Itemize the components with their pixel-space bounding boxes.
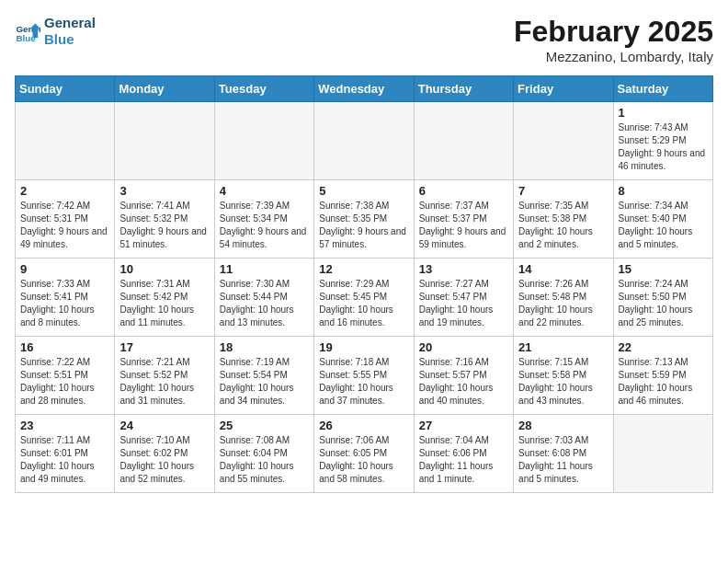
day-number: 14 [518,262,608,276]
day-info: Sunrise: 7:38 AM Sunset: 5:35 PM Dayligh… [319,200,408,251]
day-info: Sunrise: 7:18 AM Sunset: 5:55 PM Dayligh… [319,356,408,408]
day-number: 11 [220,262,309,276]
day-number: 27 [419,419,508,432]
calendar-cell [514,102,613,180]
day-number: 15 [619,262,708,276]
day-info: Sunrise: 7:35 AM Sunset: 5:38 PM Dayligh… [518,200,608,251]
calendar-cell: 5Sunrise: 7:38 AM Sunset: 5:35 PM Daylig… [314,180,414,259]
weekday-header-row: SundayMondayTuesdayWednesdayThursdayFrid… [16,76,713,102]
day-info: Sunrise: 7:22 AM Sunset: 5:51 PM Dayligh… [20,356,109,408]
calendar-cell: 25Sunrise: 7:08 AM Sunset: 6:04 PM Dayli… [214,415,313,493]
day-info: Sunrise: 7:27 AM Sunset: 5:47 PM Dayligh… [419,278,508,329]
calendar-cell: 17Sunrise: 7:21 AM Sunset: 5:52 PM Dayli… [115,337,214,415]
calendar-cell: 12Sunrise: 7:29 AM Sunset: 5:45 PM Dayli… [314,259,414,337]
day-info: Sunrise: 7:42 AM Sunset: 5:31 PM Dayligh… [20,200,109,251]
day-number: 18 [220,340,309,354]
calendar-cell: 1Sunrise: 7:43 AM Sunset: 5:29 PM Daylig… [613,102,712,180]
calendar-cell: 24Sunrise: 7:10 AM Sunset: 6:02 PM Dayli… [115,415,214,493]
day-number: 23 [20,419,109,432]
logo-icon: General Blue [15,18,40,44]
page-header: General Blue General Blue February 2025 … [15,15,713,64]
day-info: Sunrise: 7:26 AM Sunset: 5:48 PM Dayligh… [518,278,608,329]
day-number: 6 [419,184,508,198]
weekday-header-thursday: Thursday [414,76,513,102]
calendar-cell: 13Sunrise: 7:27 AM Sunset: 5:47 PM Dayli… [414,259,513,337]
day-number: 21 [518,340,608,354]
day-info: Sunrise: 7:30 AM Sunset: 5:44 PM Dayligh… [220,278,309,329]
day-info: Sunrise: 7:24 AM Sunset: 5:50 PM Dayligh… [619,278,708,329]
calendar-cell: 15Sunrise: 7:24 AM Sunset: 5:50 PM Dayli… [613,259,712,337]
calendar-cell: 18Sunrise: 7:19 AM Sunset: 5:54 PM Dayli… [214,337,313,415]
day-number: 24 [119,419,209,432]
day-number: 16 [20,340,109,354]
calendar-cell [613,415,712,493]
day-info: Sunrise: 7:33 AM Sunset: 5:41 PM Dayligh… [20,278,109,329]
calendar-cell: 8Sunrise: 7:34 AM Sunset: 5:40 PM Daylig… [613,180,712,259]
calendar-cell: 11Sunrise: 7:30 AM Sunset: 5:44 PM Dayli… [214,259,313,337]
calendar-cell: 23Sunrise: 7:11 AM Sunset: 6:01 PM Dayli… [16,415,115,493]
calendar-cell [115,102,214,180]
weekday-header-friday: Friday [514,76,613,102]
title-area: February 2025 Mezzanino, Lombardy, Italy [514,15,713,64]
day-number: 3 [119,184,209,198]
logo-blue: Blue [44,31,96,48]
calendar-cell [16,102,115,180]
calendar-cell: 22Sunrise: 7:13 AM Sunset: 5:59 PM Dayli… [613,337,712,415]
day-info: Sunrise: 7:39 AM Sunset: 5:34 PM Dayligh… [220,200,309,251]
calendar-cell [314,102,414,180]
day-info: Sunrise: 7:29 AM Sunset: 5:45 PM Dayligh… [319,278,408,329]
day-number: 8 [619,184,708,198]
calendar-cell: 28Sunrise: 7:03 AM Sunset: 6:08 PM Dayli… [514,415,613,493]
week-row-3: 9Sunrise: 7:33 AM Sunset: 5:41 PM Daylig… [16,259,713,337]
day-info: Sunrise: 7:03 AM Sunset: 6:08 PM Dayligh… [518,434,608,486]
day-number: 22 [619,340,708,354]
calendar-cell: 26Sunrise: 7:06 AM Sunset: 6:05 PM Dayli… [314,415,414,493]
logo: General Blue General Blue [15,15,96,48]
calendar-cell: 4Sunrise: 7:39 AM Sunset: 5:34 PM Daylig… [214,180,313,259]
day-info: Sunrise: 7:31 AM Sunset: 5:42 PM Dayligh… [119,278,209,329]
day-number: 12 [319,262,408,276]
weekday-header-saturday: Saturday [613,76,712,102]
week-row-2: 2Sunrise: 7:42 AM Sunset: 5:31 PM Daylig… [16,180,713,259]
day-info: Sunrise: 7:19 AM Sunset: 5:54 PM Dayligh… [220,356,309,408]
calendar-cell [214,102,313,180]
day-number: 19 [319,340,408,354]
weekday-header-monday: Monday [115,76,214,102]
day-number: 7 [518,184,608,198]
day-number: 10 [119,262,209,276]
calendar-cell: 6Sunrise: 7:37 AM Sunset: 5:37 PM Daylig… [414,180,513,259]
location-subtitle: Mezzanino, Lombardy, Italy [514,49,713,64]
calendar-table: SundayMondayTuesdayWednesdayThursdayFrid… [15,75,713,493]
day-info: Sunrise: 7:06 AM Sunset: 6:05 PM Dayligh… [319,434,408,486]
calendar-cell: 7Sunrise: 7:35 AM Sunset: 5:38 PM Daylig… [514,180,613,259]
day-info: Sunrise: 7:13 AM Sunset: 5:59 PM Dayligh… [619,356,708,408]
day-number: 17 [119,340,209,354]
week-row-5: 23Sunrise: 7:11 AM Sunset: 6:01 PM Dayli… [16,415,713,493]
calendar-cell: 20Sunrise: 7:16 AM Sunset: 5:57 PM Dayli… [414,337,513,415]
day-number: 13 [419,262,508,276]
calendar-cell: 21Sunrise: 7:15 AM Sunset: 5:58 PM Dayli… [514,337,613,415]
day-number: 4 [220,184,309,198]
day-info: Sunrise: 7:34 AM Sunset: 5:40 PM Dayligh… [619,200,708,251]
day-info: Sunrise: 7:43 AM Sunset: 5:29 PM Dayligh… [619,121,708,173]
weekday-header-sunday: Sunday [16,76,115,102]
calendar-cell: 9Sunrise: 7:33 AM Sunset: 5:41 PM Daylig… [16,259,115,337]
weekday-header-tuesday: Tuesday [214,76,313,102]
day-info: Sunrise: 7:08 AM Sunset: 6:04 PM Dayligh… [220,434,309,486]
calendar-cell: 10Sunrise: 7:31 AM Sunset: 5:42 PM Dayli… [115,259,214,337]
calendar-cell: 3Sunrise: 7:41 AM Sunset: 5:32 PM Daylig… [115,180,214,259]
day-info: Sunrise: 7:11 AM Sunset: 6:01 PM Dayligh… [20,434,109,486]
week-row-1: 1Sunrise: 7:43 AM Sunset: 5:29 PM Daylig… [16,102,713,180]
logo-general: General [44,15,96,31]
calendar-cell: 16Sunrise: 7:22 AM Sunset: 5:51 PM Dayli… [16,337,115,415]
day-info: Sunrise: 7:04 AM Sunset: 6:06 PM Dayligh… [419,434,508,486]
month-title: February 2025 [514,15,713,49]
week-row-4: 16Sunrise: 7:22 AM Sunset: 5:51 PM Dayli… [16,337,713,415]
day-number: 9 [20,262,109,276]
day-number: 1 [619,106,708,120]
day-number: 25 [220,419,309,432]
day-info: Sunrise: 7:16 AM Sunset: 5:57 PM Dayligh… [419,356,508,408]
day-number: 26 [319,419,408,432]
day-info: Sunrise: 7:15 AM Sunset: 5:58 PM Dayligh… [518,356,608,408]
calendar-cell: 27Sunrise: 7:04 AM Sunset: 6:06 PM Dayli… [414,415,513,493]
